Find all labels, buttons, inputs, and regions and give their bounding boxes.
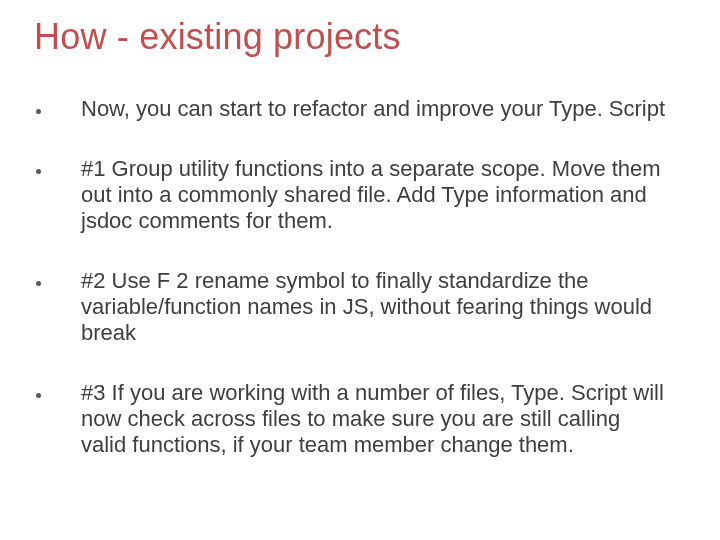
bullet-icon bbox=[36, 393, 41, 398]
bullet-icon bbox=[36, 169, 41, 174]
list-item-text: Now, you can start to refactor and impro… bbox=[81, 96, 665, 122]
list-item-text: #3 If you are working with a number of f… bbox=[81, 380, 671, 458]
bullet-icon bbox=[36, 281, 41, 286]
slide-title: How - existing projects bbox=[34, 16, 686, 58]
bullet-list: Now, you can start to refactor and impro… bbox=[34, 96, 686, 458]
list-item-text: #2 Use F 2 rename symbol to finally stan… bbox=[81, 268, 671, 346]
slide: How - existing projects Now, you can sta… bbox=[0, 0, 720, 540]
list-item-text: #1 Group utility functions into a separa… bbox=[81, 156, 671, 234]
bullet-icon bbox=[36, 109, 41, 114]
list-item: #3 If you are working with a number of f… bbox=[34, 380, 686, 458]
list-item: #2 Use F 2 rename symbol to finally stan… bbox=[34, 268, 686, 346]
list-item: Now, you can start to refactor and impro… bbox=[34, 96, 686, 122]
list-item: #1 Group utility functions into a separa… bbox=[34, 156, 686, 234]
